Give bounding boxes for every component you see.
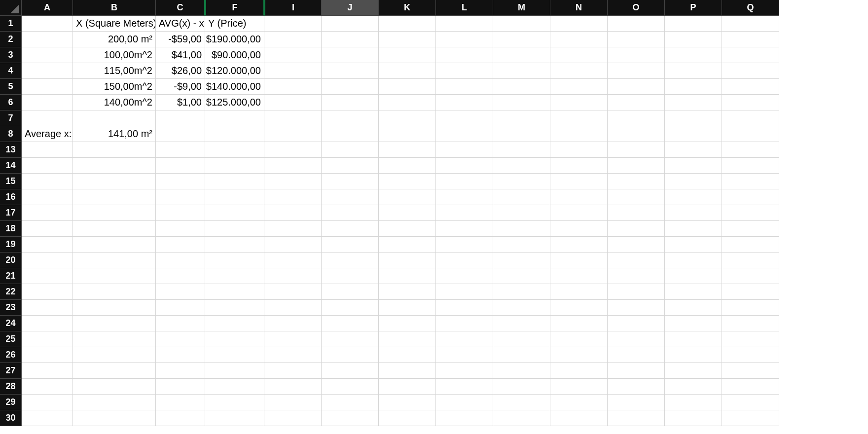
cell-L17[interactable] [436,205,493,221]
cell-Q5[interactable] [722,79,779,95]
row-header-23[interactable]: 23 [0,300,22,316]
cell-C3[interactable]: $41,00 [156,47,205,63]
cell-B24[interactable] [73,316,156,331]
cell-N17[interactable] [550,205,608,221]
cell-L1[interactable] [436,16,493,32]
cell-K23[interactable] [379,300,436,316]
cell-C16[interactable] [156,189,205,205]
cell-L6[interactable] [436,95,493,110]
cell-J13[interactable] [322,142,379,158]
cell-B2[interactable]: 200,00 m² [73,32,156,47]
cell-C14[interactable] [156,158,205,174]
cell-I23[interactable] [264,300,322,316]
cell-B23[interactable] [73,300,156,316]
cell-M30[interactable] [493,410,550,426]
cell-K5[interactable] [379,79,436,95]
cell-O16[interactable] [608,189,665,205]
cell-J3[interactable] [322,47,379,63]
cell-B3[interactable]: 100,00m^2 [73,47,156,63]
row-header-15[interactable]: 15 [0,174,22,189]
cell-I1[interactable] [264,16,322,32]
cell-J19[interactable] [322,237,379,253]
cell-J8[interactable] [322,126,379,142]
cell-M2[interactable] [493,32,550,47]
column-header-L[interactable]: L [436,0,493,16]
cell-Q17[interactable] [722,205,779,221]
cell-A26[interactable] [22,347,73,363]
cell-L3[interactable] [436,47,493,63]
cell-A29[interactable] [22,395,73,410]
cell-P5[interactable] [665,79,722,95]
cell-Q29[interactable] [722,395,779,410]
cell-O29[interactable] [608,395,665,410]
cell-Q8[interactable] [722,126,779,142]
cell-C23[interactable] [156,300,205,316]
cell-B8[interactable]: 141,00 m² [73,126,156,142]
cell-P22[interactable] [665,284,722,300]
cell-O13[interactable] [608,142,665,158]
cell-A23[interactable] [22,300,73,316]
cell-K26[interactable] [379,347,436,363]
cell-K4[interactable] [379,63,436,79]
column-header-M[interactable]: M [493,0,550,16]
cell-F24[interactable] [205,316,264,331]
row-header-4[interactable]: 4 [0,63,22,79]
cell-M28[interactable] [493,379,550,395]
cell-P29[interactable] [665,395,722,410]
cell-I19[interactable] [264,237,322,253]
cell-N6[interactable] [550,95,608,110]
row-header-6[interactable]: 6 [0,95,22,110]
cell-P8[interactable] [665,126,722,142]
cell-P18[interactable] [665,221,722,237]
cell-A21[interactable] [22,268,73,284]
cell-Q3[interactable] [722,47,779,63]
row-header-29[interactable]: 29 [0,395,22,410]
cell-A5[interactable] [22,79,73,95]
cell-B14[interactable] [73,158,156,174]
cell-B1[interactable]: X (Square Meters) [73,16,156,32]
row-header-5[interactable]: 5 [0,79,22,95]
cell-Q15[interactable] [722,174,779,189]
cell-O20[interactable] [608,253,665,268]
cell-O25[interactable] [608,331,665,347]
cell-P25[interactable] [665,331,722,347]
cell-Q22[interactable] [722,284,779,300]
cell-K1[interactable] [379,16,436,32]
cell-N5[interactable] [550,79,608,95]
cell-K20[interactable] [379,253,436,268]
cell-O28[interactable] [608,379,665,395]
cell-K24[interactable] [379,316,436,331]
cell-L13[interactable] [436,142,493,158]
cell-C2[interactable]: -$59,00 [156,32,205,47]
row-header-14[interactable]: 14 [0,158,22,174]
cell-I2[interactable] [264,32,322,47]
cell-C6[interactable]: $1,00 [156,95,205,110]
cell-J4[interactable] [322,63,379,79]
select-all-corner[interactable] [0,0,22,16]
cell-N30[interactable] [550,410,608,426]
row-header-3[interactable]: 3 [0,47,22,63]
cell-F16[interactable] [205,189,264,205]
cell-O17[interactable] [608,205,665,221]
cell-F25[interactable] [205,331,264,347]
cell-M19[interactable] [493,237,550,253]
cell-A17[interactable] [22,205,73,221]
cell-I15[interactable] [264,174,322,189]
cell-M4[interactable] [493,63,550,79]
cell-O14[interactable] [608,158,665,174]
cell-L8[interactable] [436,126,493,142]
cell-C29[interactable] [156,395,205,410]
cell-C21[interactable] [156,268,205,284]
cell-P6[interactable] [665,95,722,110]
cell-P19[interactable] [665,237,722,253]
row-header-18[interactable]: 18 [0,221,22,237]
row-header-26[interactable]: 26 [0,347,22,363]
row-header-21[interactable]: 21 [0,268,22,284]
cell-J25[interactable] [322,331,379,347]
cell-A2[interactable] [22,32,73,47]
cell-K22[interactable] [379,284,436,300]
cell-O5[interactable] [608,79,665,95]
cell-I20[interactable] [264,253,322,268]
cell-P13[interactable] [665,142,722,158]
cell-M14[interactable] [493,158,550,174]
